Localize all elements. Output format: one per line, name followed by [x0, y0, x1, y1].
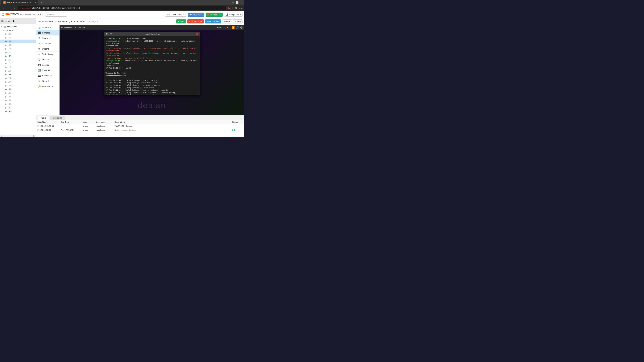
url-bar[interactable]: ⚠ Not secure https://192.168.0.227:8006/… [18, 6, 226, 10]
maximize-btn[interactable]: ⬜ [236, 1, 238, 4]
sidebar: Server Vi ▾ ⚙ ▾ 🏢 Datacenter ▾ 🖥 ayush [0, 18, 36, 137]
terminal-close-btn[interactable] [196, 33, 198, 35]
col-header-node[interactable]: Node [81, 121, 95, 123]
vm-stopped-icon: ▶ [5, 99, 7, 102]
terminal-line: 27 Feb 04:22:01 - [info] Context store :… [106, 91, 198, 94]
nav-item-hardware[interactable]: 🖥 Hardware [36, 35, 59, 41]
create-vm-btn[interactable]: 🖥 Create VM [188, 12, 204, 16]
sidebar-item-vm-113[interactable]: ▶ 113 ( [0, 65, 36, 69]
reload-btn[interactable]: ↻ [12, 6, 16, 10]
col-header-end[interactable]: End Time [60, 121, 81, 123]
terminal-line: Error: creating container storage: the c… [106, 47, 198, 52]
nav-item-console[interactable]: ⬛ Console [36, 30, 59, 35]
documentation-btn[interactable]: 📖 Documentation [165, 12, 186, 16]
debian-background-text: debian [138, 101, 166, 110]
nav-item-monitor[interactable]: 📡 Monitor [36, 57, 59, 62]
sidebar-item-vm-145[interactable]: ▶ 145 ( [0, 110, 36, 113]
cell-user: root@pam [95, 125, 113, 127]
nav-item-firewall[interactable]: 🛡 Firewall › [36, 78, 59, 84]
terminal-body[interactable]: 27 Feb 04:21:47 - [info] Stopped flows a… [104, 36, 200, 95]
vm-running-icon: ▶ [5, 88, 7, 90]
sidebar-item-vm-104[interactable]: ▶ 104 ( [0, 43, 36, 47]
create-ct-btn[interactable]: 📦 Create CT [206, 12, 223, 16]
shutdown-btn[interactable]: ⏻ Shutdown ▾ [187, 19, 204, 23]
sidebar-item-vm-128[interactable]: ▶ 128 ( [0, 84, 36, 87]
proxmox-logo-text: PROXMOX [5, 13, 19, 16]
share-icon[interactable]: ↗ [232, 7, 234, 9]
nav-item-options[interactable]: ⚙ Options [36, 46, 59, 52]
sidebar-item-vm-141[interactable]: ▶ 141 ( [0, 106, 36, 110]
sidebar-item-vm-139[interactable]: ▶ 139 ( [0, 102, 36, 106]
start-btn[interactable]: ▶ Start [176, 19, 186, 23]
sidebar-item-node-ayush[interactable]: ▾ 🖥 ayush [0, 28, 36, 32]
nav-item-backup[interactable]: 💾 Backup [36, 62, 59, 68]
help-btn[interactable]: ? Help [233, 19, 242, 23]
sidebar-item-vm-105[interactable]: ▶ 105 ( [0, 47, 36, 51]
console-btn[interactable]: ⌨ Console ▾ [205, 19, 221, 23]
col-header-user[interactable]: User name [95, 121, 113, 123]
menu-icon[interactable]: ≡ [241, 7, 242, 9]
user-menu-btn[interactable]: 👤 root@pam ▾ [224, 12, 242, 16]
col-header-start[interactable]: Start Time ↓ [36, 121, 60, 123]
cell-start-time: Feb 27 12:41:25 🖥 [36, 125, 60, 127]
search-input[interactable] [45, 12, 67, 16]
scroll-left-icon[interactable]: ◀ [1, 135, 2, 137]
proxmox-logo-icon: ⬡ [2, 13, 4, 16]
sidebar-item-vm-107[interactable]: ▶ 107 ( [0, 54, 36, 58]
sidebar-item-vm-133[interactable]: ▶ 133 ( [0, 95, 36, 98]
sidebar-item-vm-132[interactable]: ▶ 132 ( [0, 91, 36, 95]
more-btn[interactable]: More ▾ [222, 19, 232, 23]
url-text: https://192.168.0.227:8006/#v1:0=qemu%2F… [32, 7, 80, 9]
tab-close-btn[interactable]: ✕ [34, 1, 36, 4]
sidebar-item-vm-114[interactable]: ▶ 114 ( [0, 69, 36, 73]
sidebar-item-vm-102[interactable]: ▶ 102 ( [0, 36, 36, 39]
sidebar-item-vm-103[interactable]: ▶ 103 ( [0, 39, 36, 43]
col-header-status[interactable]: Status [231, 121, 244, 123]
cell-end-time: Feb 27 11:02:51 [60, 129, 81, 131]
vm-stopped-icon: ▶ [5, 59, 7, 61]
dropdown-arrow-icon: ▾ [10, 20, 11, 22]
terminal-window[interactable]: 🔍 ☰ ayush@ayush-pc: ~ 27 Feb 04:21:47 - … [104, 32, 200, 95]
tab-tasks[interactable]: Tasks [38, 116, 49, 120]
terminal-line: red/node-red [106, 45, 198, 47]
nav-item-cloud-init[interactable]: ☁ Cloud-Init [36, 41, 59, 46]
close-btn[interactable]: ✕ [240, 1, 242, 4]
nav-item-permissions[interactable]: 🔑 Permissions [36, 84, 59, 89]
nav-item-snapshots[interactable]: 📸 Snapshots [36, 73, 59, 78]
play-icon: ▶ [178, 20, 180, 23]
sidebar-item-vm-127[interactable]: ▶ 127 ( [0, 80, 36, 84]
bookmark-icon[interactable]: 🔖 [228, 7, 230, 9]
terminal-titlebar: 🔍 ☰ ayush@ayush-pc: ~ [104, 32, 200, 36]
terminal-search-btn[interactable]: 🔍 [106, 33, 109, 36]
table-row[interactable]: Feb 27 11:02:39 Feb 27 11:02:51 ayush ro… [36, 128, 244, 132]
sidebar-item-vm-123[interactable]: ▶ 123 ( [0, 73, 36, 76]
sidebar-item-vm-110[interactable]: ▶ 110 ( [0, 62, 36, 65]
col-header-desc[interactable]: Description [113, 121, 231, 123]
nav-item-replication[interactable]: 🔄 Replication [36, 68, 59, 73]
sidebar-item-datacenter[interactable]: ▾ 🏢 Datacenter [0, 25, 36, 28]
browser-tab[interactable]: P ayush - Proxmox Virtual Enviro... ✕ [1, 0, 38, 5]
forward-btn[interactable]: › [7, 6, 11, 10]
scroll-right-icon[interactable]: ▶ [34, 135, 35, 137]
terminal-btn[interactable]: 🖥 Terminal [74, 26, 85, 29]
terminal-menu-btn[interactable]: ☰ [110, 33, 113, 36]
terminal-line: 27 Feb 04:22:00 - [info] Node.js version… [106, 82, 198, 84]
tab-cluster-log[interactable]: Cluster log [50, 116, 65, 120]
sidebar-item-vm-124[interactable]: ▶ 124 ( [0, 76, 36, 80]
minimize-btn[interactable]: ─ [232, 1, 234, 4]
nav-item-summary[interactable]: 📊 Summary [36, 25, 59, 30]
cell-description: Update package database [113, 129, 231, 131]
edit-icon[interactable]: ✎ [96, 20, 98, 22]
sidebar-item-vm-131[interactable]: ▶ 131 ( [0, 87, 36, 91]
activities-btn[interactable]: ⊞ Activities [61, 26, 72, 29]
sidebar-item-vm-134[interactable]: ▶ 134 ( [0, 98, 36, 102]
sidebar-item-vm-109[interactable]: ▶ 109 ( [0, 58, 36, 62]
sidebar-item-vm-101[interactable]: ▶ 101 ( [0, 32, 36, 36]
new-tab-btn[interactable]: + [40, 0, 44, 5]
settings-icon[interactable]: ⚙ [13, 20, 15, 22]
back-btn[interactable]: ‹ [2, 6, 6, 10]
server-view-dropdown[interactable]: Server Vi ▾ [1, 20, 11, 22]
nav-item-task-history[interactable]: 👁 Task History [36, 52, 59, 57]
sidebar-item-vm-106[interactable]: ▶ 106 ( [0, 51, 36, 54]
table-row[interactable]: Feb 27 12:41:25 🖥 ayush root@pam VM/CT 1… [36, 124, 244, 128]
